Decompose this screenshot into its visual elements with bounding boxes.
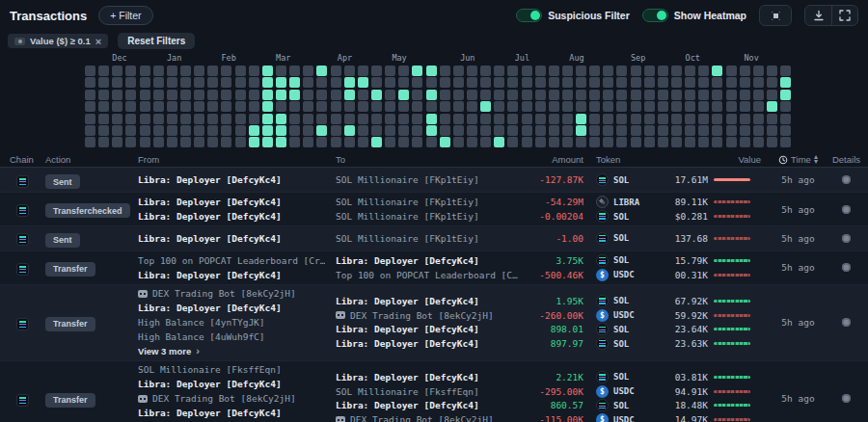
header-time-sort[interactable]: Time ▴▾ xyxy=(772,153,825,166)
heatmap-cell[interactable] xyxy=(549,114,559,124)
heatmap-cell[interactable] xyxy=(153,114,164,124)
heatmap-cell[interactable] xyxy=(412,125,422,136)
heatmap-cell[interactable] xyxy=(576,125,586,136)
heatmap-cell[interactable] xyxy=(440,90,450,100)
heatmap-cell[interactable] xyxy=(685,101,695,112)
heatmap-cell[interactable] xyxy=(631,90,641,100)
heatmap-cell[interactable] xyxy=(440,137,450,147)
heatmap-cell[interactable] xyxy=(221,77,231,88)
heatmap-cell[interactable] xyxy=(125,101,136,112)
heatmap-cell[interactable] xyxy=(276,77,286,88)
heatmap-cell[interactable] xyxy=(494,125,504,136)
from-entity[interactable]: DEX Trading Bot [8ekCy2jH] xyxy=(138,391,336,406)
heatmap-cell[interactable] xyxy=(535,137,546,147)
heatmap-cell[interactable] xyxy=(262,66,273,76)
heatmap-cell[interactable] xyxy=(398,90,409,100)
heatmap-cell[interactable] xyxy=(140,137,150,147)
heatmap-cell[interactable] xyxy=(658,137,668,147)
heatmap-cell[interactable] xyxy=(412,114,422,124)
heatmap-cell[interactable] xyxy=(194,125,204,136)
heatmap-cell[interactable] xyxy=(303,125,313,136)
heatmap-cell[interactable] xyxy=(780,90,791,100)
heatmap-cell[interactable] xyxy=(494,114,504,124)
heatmap-cell[interactable] xyxy=(562,77,573,88)
heatmap-cell[interactable] xyxy=(276,66,286,76)
heatmap-cell[interactable] xyxy=(535,66,546,76)
heatmap-cell[interactable] xyxy=(331,101,341,112)
heatmap-cell[interactable] xyxy=(289,90,300,100)
heatmap-cell[interactable] xyxy=(780,101,791,112)
heatmap-cell[interactable] xyxy=(535,125,546,136)
heatmap-cell[interactable] xyxy=(753,66,764,76)
to-entity[interactable]: SOL Millionaire [FKp1tEiy] xyxy=(336,209,519,224)
heatmap-cell[interactable] xyxy=(480,125,491,136)
heatmap-cell[interactable] xyxy=(316,66,327,76)
heatmap-cell[interactable] xyxy=(453,77,464,88)
from-entity[interactable]: DEX Trading Bot [8ekCy2jH] xyxy=(138,287,336,302)
remove-filter-icon[interactable]: × xyxy=(95,38,101,45)
to-entity[interactable]: Libra: Deployer [DefcyKc4] xyxy=(336,294,519,308)
heatmap-cell[interactable] xyxy=(221,114,231,124)
heatmap-cell[interactable] xyxy=(644,77,655,88)
from-entity[interactable]: SOL Millionaire [FksffEqn] xyxy=(138,363,336,378)
heatmap-cell[interactable] xyxy=(180,114,191,124)
heatmap-cell[interactable] xyxy=(440,114,450,124)
heatmap-cell[interactable] xyxy=(426,101,437,112)
heatmap-cell[interactable] xyxy=(180,137,191,147)
heatmap-cell[interactable] xyxy=(603,66,613,76)
heatmap-cell[interactable] xyxy=(453,137,464,147)
heatmap-cell[interactable] xyxy=(780,114,791,124)
heatmap-cell[interactable] xyxy=(221,66,231,76)
heatmap-cell[interactable] xyxy=(767,77,777,88)
to-entity[interactable]: SOL Millionaire [FksffEqn] xyxy=(336,384,519,399)
heatmap-cell[interactable] xyxy=(767,66,777,76)
heatmap-cell[interactable] xyxy=(412,90,422,100)
heatmap-cell[interactable] xyxy=(358,137,368,147)
heatmap-cell[interactable] xyxy=(698,66,709,76)
heatmap-cell[interactable] xyxy=(235,137,246,147)
heatmap-cell[interactable] xyxy=(262,114,273,124)
heatmap-cell[interactable] xyxy=(589,101,600,112)
heatmap-cell[interactable] xyxy=(371,114,382,124)
heatmap-cell[interactable] xyxy=(125,137,136,147)
heatmap-cell[interactable] xyxy=(522,66,532,76)
from-entity[interactable]: Top 100 on POPCAT Leaderboard [Cr… xyxy=(138,253,336,268)
heatmap-cell[interactable] xyxy=(153,137,164,147)
heatmap-cell[interactable] xyxy=(289,77,300,88)
heatmap-cell[interactable] xyxy=(125,114,136,124)
heatmap-cell[interactable] xyxy=(276,137,286,147)
heatmap-cell[interactable] xyxy=(194,114,204,124)
heatmap-cell[interactable] xyxy=(207,101,218,112)
heatmap-cell[interactable] xyxy=(125,66,136,76)
heatmap-cell[interactable] xyxy=(644,125,655,136)
heatmap-cell[interactable] xyxy=(576,90,586,100)
heatmap-cell[interactable] xyxy=(780,66,791,76)
heatmap-cell[interactable] xyxy=(562,125,573,136)
heatmap-cell[interactable] xyxy=(344,90,355,100)
heatmap-cell[interactable] xyxy=(562,101,573,112)
heatmap-cell[interactable] xyxy=(207,90,218,100)
heatmap-cell[interactable] xyxy=(112,101,122,112)
heatmap-cell[interactable] xyxy=(467,137,477,147)
heatmap-cell[interactable] xyxy=(453,90,464,100)
heatmap-cell[interactable] xyxy=(740,90,750,100)
heatmap-cell[interactable] xyxy=(740,125,750,136)
heatmap-cell[interactable] xyxy=(767,125,777,136)
heatmap-cell[interactable] xyxy=(398,66,409,76)
heatmap-cell[interactable] xyxy=(140,77,150,88)
heatmap-cell[interactable] xyxy=(221,101,231,112)
heatmap-cell[interactable] xyxy=(603,101,613,112)
heatmap-cell[interactable] xyxy=(603,90,613,100)
from-entity[interactable]: Libra: Deployer [DefcyKc4] xyxy=(138,377,336,391)
heatmap-cell[interactable] xyxy=(535,101,546,112)
heatmap-cell[interactable] xyxy=(262,101,273,112)
heatmap-cell[interactable] xyxy=(522,125,532,136)
heatmap-cell[interactable] xyxy=(85,137,95,147)
heatmap-cell[interactable] xyxy=(671,77,682,88)
heatmap-cell[interactable] xyxy=(467,101,477,112)
heatmap-cell[interactable] xyxy=(698,101,709,112)
heatmap-cell[interactable] xyxy=(494,90,504,100)
heatmap-cell[interactable] xyxy=(398,77,409,88)
heatmap-cell[interactable] xyxy=(549,90,559,100)
heatmap-cell[interactable] xyxy=(616,114,627,124)
